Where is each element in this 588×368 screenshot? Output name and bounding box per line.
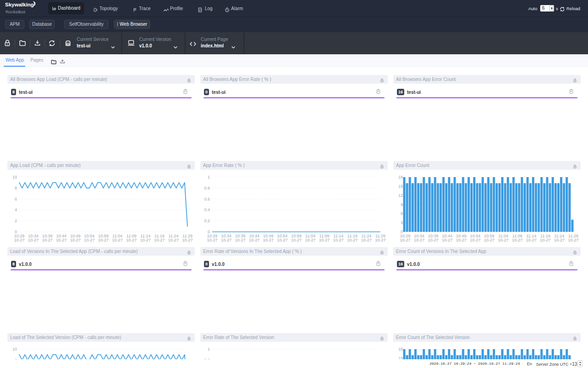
svg-text:10-27: 10-27 bbox=[319, 238, 329, 242]
svg-text:6: 6 bbox=[401, 211, 403, 216]
svg-text:10-27: 10-27 bbox=[428, 238, 438, 242]
svg-text:0.6: 0.6 bbox=[204, 196, 210, 201]
svg-text:3: 3 bbox=[401, 220, 403, 225]
svg-text:10-27: 10-27 bbox=[568, 238, 578, 242]
svg-text:10-27: 10-27 bbox=[182, 238, 192, 242]
svg-text:10-27: 10-27 bbox=[277, 238, 288, 242]
svg-text:6: 6 bbox=[15, 196, 17, 201]
svg-text:18: 18 bbox=[398, 347, 403, 351]
svg-text:12: 12 bbox=[398, 193, 403, 197]
svg-text:10-27: 10-27 bbox=[207, 238, 217, 242]
svg-text:10-27: 10-27 bbox=[70, 238, 80, 242]
svg-text:10-27: 10-27 bbox=[414, 238, 424, 242]
svg-text:10-27: 10-27 bbox=[235, 238, 245, 242]
svg-text:10-27: 10-27 bbox=[554, 238, 565, 242]
svg-text:10-27: 10-27 bbox=[540, 238, 550, 242]
svg-text:10-27: 10-27 bbox=[84, 238, 95, 242]
svg-text:10-27: 10-27 bbox=[14, 238, 24, 242]
svg-text:10: 10 bbox=[12, 347, 17, 351]
svg-text:0.2: 0.2 bbox=[204, 218, 210, 223]
svg-text:4: 4 bbox=[15, 207, 17, 212]
svg-text:10-27: 10-27 bbox=[361, 238, 372, 242]
svg-text:10-27: 10-27 bbox=[347, 238, 357, 242]
svg-text:10-27: 10-27 bbox=[484, 238, 494, 242]
svg-text:2: 2 bbox=[15, 218, 17, 223]
svg-text:10-27: 10-27 bbox=[442, 238, 452, 242]
svg-text:10-27: 10-27 bbox=[456, 238, 466, 242]
svg-text:10-27: 10-27 bbox=[400, 238, 410, 242]
svg-text:10-27: 10-27 bbox=[168, 238, 179, 242]
svg-text:10: 10 bbox=[12, 175, 17, 179]
svg-text:10-27: 10-27 bbox=[249, 238, 260, 242]
svg-text:10-27: 10-27 bbox=[305, 238, 316, 242]
svg-text:1: 1 bbox=[208, 347, 210, 351]
svg-text:10-27: 10-27 bbox=[512, 238, 522, 242]
svg-text:10-27: 10-27 bbox=[375, 238, 385, 242]
svg-text:10-27: 10-27 bbox=[333, 238, 344, 242]
svg-text:10-27: 10-27 bbox=[291, 238, 301, 242]
svg-text:18: 18 bbox=[398, 175, 403, 179]
svg-text:9: 9 bbox=[401, 202, 403, 207]
svg-text:10-27: 10-27 bbox=[42, 238, 52, 242]
svg-text:10-27: 10-27 bbox=[470, 238, 481, 242]
svg-text:10-27: 10-27 bbox=[154, 238, 164, 242]
svg-text:10-27: 10-27 bbox=[28, 238, 39, 242]
svg-text:0.8: 0.8 bbox=[204, 185, 210, 190]
svg-text:0.4: 0.4 bbox=[204, 207, 210, 212]
svg-text:8: 8 bbox=[15, 185, 17, 190]
svg-text:10-27: 10-27 bbox=[263, 238, 273, 242]
svg-text:1: 1 bbox=[208, 175, 210, 179]
svg-text:10-27: 10-27 bbox=[98, 238, 108, 242]
svg-text:10-27: 10-27 bbox=[126, 238, 136, 242]
svg-text:10-27: 10-27 bbox=[140, 238, 151, 242]
svg-text:10-27: 10-27 bbox=[221, 238, 232, 242]
svg-text:15: 15 bbox=[398, 184, 403, 188]
svg-text:10-27: 10-27 bbox=[498, 238, 509, 242]
svg-text:10-27: 10-27 bbox=[56, 238, 67, 242]
svg-text:10-27: 10-27 bbox=[526, 238, 537, 242]
svg-text:10-27: 10-27 bbox=[112, 238, 123, 242]
